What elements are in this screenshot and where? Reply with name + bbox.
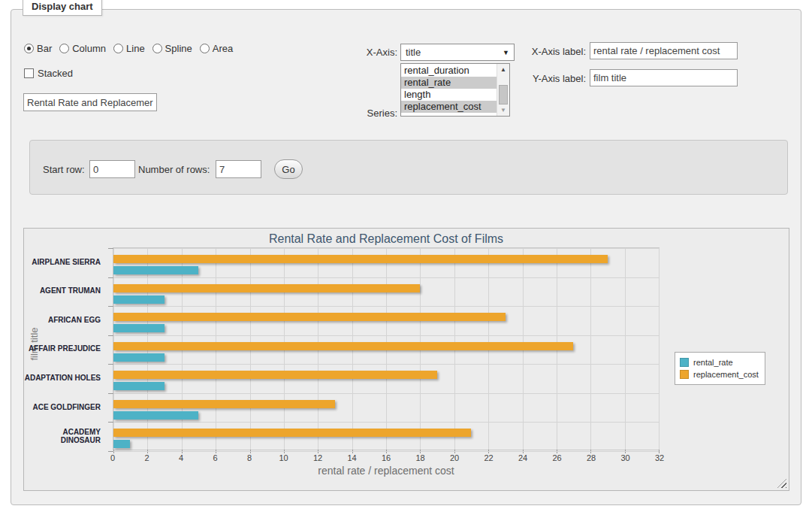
series-options: rental_durationrental_ratelengthreplacem…	[401, 64, 497, 116]
chart-type-label: Area	[213, 43, 233, 54]
chart-type-label: Line	[126, 43, 145, 54]
start-row-label: Start row:	[43, 164, 85, 175]
page: Display chart BarColumnLineSplineArea St…	[0, 0, 812, 512]
stacked-checkbox-row[interactable]: Stacked	[24, 68, 73, 79]
resize-handle-icon[interactable]	[777, 479, 786, 488]
series-listbox[interactable]: rental_durationrental_ratelengthreplacem…	[400, 63, 510, 117]
category-label: ADAPTATION HOLES	[24, 363, 101, 392]
y-axis-tick	[108, 451, 113, 452]
x-axis-tick-labels: 02468101214161820222426283032	[113, 453, 660, 464]
x-tick-label: 16	[382, 453, 391, 462]
x-tick-label: 6	[213, 453, 217, 462]
legend-label: rental_rate	[693, 358, 733, 367]
scrollbar-thumb[interactable]	[499, 85, 508, 105]
series-option-replacement_cost[interactable]: replacement_cost	[401, 101, 497, 113]
x-tick-label: 2	[144, 453, 149, 462]
go-button[interactable]: Go	[274, 159, 303, 179]
chart-type-radio-group: BarColumnLineSplineArea	[24, 43, 233, 54]
legend-label: replacement_cost	[693, 370, 759, 379]
x-tick-label: 20	[450, 453, 459, 462]
chart-type-bar[interactable]: Bar	[24, 43, 52, 54]
radio-icon[interactable]	[152, 44, 162, 53]
y-axis-tick	[108, 306, 113, 307]
x-tick-label: 0	[110, 453, 115, 462]
series-option-rental_duration[interactable]: rental_duration	[401, 65, 497, 77]
category-label: AFRICAN EGG	[24, 305, 101, 335]
y-axis-tick	[108, 248, 113, 249]
x-axis-label-input[interactable]	[590, 42, 738, 59]
x-tick-label: 28	[587, 453, 596, 462]
chart-legend: rental_ratereplacement_cost	[675, 352, 765, 385]
bar-replacement_cost[interactable]	[113, 400, 335, 408]
gridline-vertical	[659, 248, 660, 450]
y-axis-label-field-label: Y-Axis label:	[511, 73, 586, 84]
radio-icon[interactable]	[59, 44, 69, 53]
stacked-checkbox[interactable]	[24, 68, 34, 78]
radio-icon[interactable]	[113, 44, 123, 53]
y-axis-tick	[108, 364, 113, 365]
y-axis-tick	[108, 277, 113, 278]
bar-group-7	[113, 422, 659, 451]
scroll-up-icon[interactable]: ▲	[497, 64, 509, 75]
bar-group-2	[113, 277, 659, 307]
legend-item-replacement_cost[interactable]: replacement_cost	[680, 368, 759, 380]
category-axis-labels: AIRPLANE SIERRAAGENT TRUMANAFRICAN EGGAF…	[24, 247, 107, 450]
category-label: AFFAIR PREJUDICE	[24, 335, 101, 364]
bar-rental_rate[interactable]	[113, 266, 198, 274]
number-of-rows-input[interactable]	[216, 160, 261, 178]
scroll-down-icon[interactable]: ▼	[497, 105, 509, 116]
series-option-length[interactable]: length	[401, 89, 497, 101]
x-axis-select[interactable]: title ▼	[400, 44, 515, 61]
x-tick-label: 24	[518, 453, 527, 462]
x-tick-label: 30	[620, 453, 629, 462]
bar-group-5	[113, 364, 659, 393]
bar-group-1	[113, 248, 659, 277]
chart-type-line[interactable]: Line	[113, 43, 145, 54]
chart-container: Rental Rate and Replacement Cost of Film…	[23, 228, 789, 491]
bar-rental_rate[interactable]	[113, 295, 165, 304]
chart-type-area[interactable]: Area	[200, 43, 233, 54]
bar-rental_rate[interactable]	[113, 411, 198, 420]
display-chart-fieldset: Display chart BarColumnLineSplineArea St…	[11, 9, 801, 505]
chart-type-spline[interactable]: Spline	[152, 43, 192, 54]
bar-group-3	[113, 306, 659, 335]
bar-replacement_cost[interactable]	[113, 371, 437, 379]
bar-replacement_cost[interactable]	[113, 429, 471, 437]
y-axis-tick	[108, 335, 113, 336]
chart-title: Rental Rate and Replacement Cost of Film…	[113, 232, 660, 246]
bar-rental_rate[interactable]	[113, 324, 165, 332]
bar-replacement_cost[interactable]	[113, 342, 573, 350]
series-option-rental_rate[interactable]: rental_rate	[401, 77, 497, 89]
legend-item-rental_rate[interactable]: rental_rate	[680, 356, 759, 368]
bar-rental_rate[interactable]	[113, 353, 165, 362]
row-range-panel: Start row: Number of rows: Go	[29, 140, 788, 195]
series-label-text: Series:	[327, 108, 397, 119]
bar-rental_rate[interactable]	[113, 440, 130, 448]
x-tick-label: 22	[484, 453, 493, 462]
bar-replacement_cost[interactable]	[113, 284, 420, 292]
number-of-rows-label: Number of rows:	[138, 164, 210, 175]
x-tick-label: 32	[655, 453, 664, 462]
x-tick-label: 14	[347, 453, 356, 462]
start-row-input[interactable]	[89, 160, 135, 178]
bar-group-6	[113, 393, 659, 423]
bar-rental_rate[interactable]	[113, 382, 165, 390]
chart-title-input[interactable]	[23, 93, 157, 111]
radio-icon[interactable]	[24, 44, 34, 53]
y-axis-tick	[108, 393, 113, 394]
x-axis-label-field-label: X-Axis label:	[511, 46, 586, 57]
gridline-horizontal	[113, 451, 659, 452]
chart-type-label: Spline	[165, 43, 192, 54]
series-scrollbar[interactable]: ▲ ▼	[497, 64, 509, 116]
radio-icon[interactable]	[200, 44, 210, 53]
chart-type-column[interactable]: Column	[59, 43, 106, 54]
bar-replacement_cost[interactable]	[113, 313, 506, 321]
y-axis-label-input[interactable]	[590, 69, 738, 86]
category-label: ACE GOLDFINGER	[24, 392, 101, 422]
x-axis-selected-value: title	[406, 47, 421, 58]
legend-swatch	[680, 370, 689, 379]
fieldset-legend: Display chart	[23, 0, 102, 16]
chevron-down-icon: ▼	[503, 49, 509, 56]
bar-replacement_cost[interactable]	[113, 255, 608, 263]
x-axis-label-text: X-Axis:	[327, 47, 397, 58]
